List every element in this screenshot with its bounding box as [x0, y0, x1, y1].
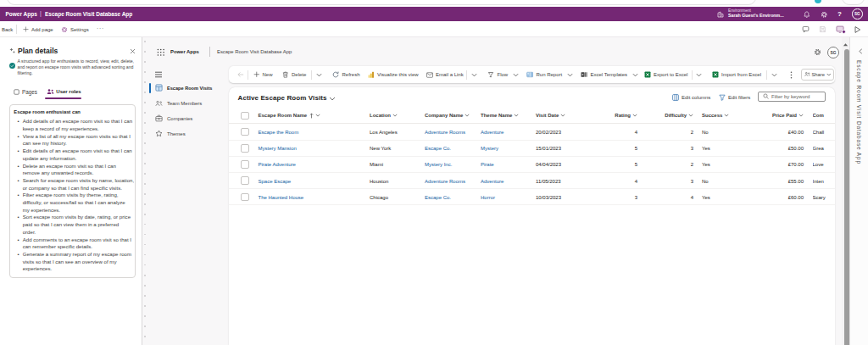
cell-company[interactable]: Escape Co. [425, 141, 477, 157]
row-checkbox[interactable] [241, 160, 249, 169]
share-button[interactable]: Share [801, 69, 834, 81]
table-row[interactable]: Escape the Room Los Angeles Adventure Ro… [229, 125, 835, 141]
browser-address-bar[interactable] [7, 0, 756, 5]
chevron-down-icon[interactable] [513, 73, 519, 77]
table-row[interactable]: Pirate Adventure Miami Mystery Inc. Pira… [229, 157, 835, 173]
cell-company[interactable]: Adventure Rooms [425, 125, 477, 141]
cell-company[interactable]: Adventure Rooms [425, 173, 477, 189]
waffle-menu-icon[interactable] [157, 48, 165, 57]
back-button[interactable]: Back [2, 27, 13, 32]
hamburger-menu-icon[interactable] [154, 71, 163, 78]
cell-escape-room-name[interactable]: Mystery Mansion [259, 141, 364, 157]
save-icon[interactable] [819, 25, 826, 33]
app-header-brand[interactable]: Power Apps [170, 49, 199, 54]
settings-label: Settings [70, 27, 89, 32]
row-checkbox[interactable] [241, 144, 249, 153]
column-header-comments[interactable]: Com [813, 108, 826, 124]
chevron-down-icon[interactable] [632, 73, 638, 77]
cell-visit-date: 15/01/2023 [536, 141, 588, 157]
edit-filters-button[interactable]: Edit filters [719, 94, 750, 101]
nav-item-themes[interactable]: Themes [146, 126, 219, 142]
column-header-visit-date[interactable]: Visit Date [536, 108, 588, 124]
environment-icon[interactable] [717, 11, 724, 18]
app-settings-gear-icon[interactable] [814, 48, 821, 56]
column-header-price-paid[interactable]: Price Paid [737, 108, 804, 124]
cell-theme[interactable]: Adventure [481, 173, 531, 189]
delete-button[interactable]: Delete [282, 66, 306, 83]
select-all-checkbox[interactable] [241, 112, 249, 120]
column-header-theme-name[interactable]: Theme Name [481, 108, 531, 124]
app-header-avatar[interactable]: SG [827, 47, 839, 58]
edit-columns-button[interactable]: Edit columns [672, 94, 710, 101]
column-header-escape-room-name[interactable]: Escape Room Name [259, 108, 364, 124]
publish-button[interactable] [836, 25, 844, 33]
excel-templates-button[interactable]: Excel Templates [581, 66, 638, 83]
settings-button[interactable]: Settings [61, 25, 89, 34]
help-icon[interactable]: ? [837, 10, 842, 18]
environment-label: Environment [728, 8, 751, 13]
play-button-icon[interactable] [854, 25, 861, 34]
new-button[interactable]: New [253, 66, 273, 83]
import-dropdown-chevron[interactable] [771, 66, 777, 83]
view-title[interactable]: Active Escape Room Visits [238, 94, 327, 102]
nav-item-escape-room-visits[interactable]: Escape Room Visits [146, 81, 219, 96]
notifications-bell-icon[interactable] [804, 11, 810, 19]
titlebar-brand[interactable]: Power Apps [6, 11, 37, 17]
row-checkbox[interactable] [241, 176, 249, 185]
column-header-rating[interactable]: Rating [593, 108, 637, 124]
titlebar-avatar[interactable]: SG [852, 8, 863, 19]
environment-name[interactable]: Sarah Guest's Environm... [728, 13, 784, 18]
grid-search-box[interactable]: Filter by keyword [758, 92, 826, 102]
tab-pages[interactable]: Pages [14, 89, 37, 95]
column-header-success[interactable]: Success [702, 108, 734, 124]
collapse-chevron-icon[interactable] [859, 48, 863, 54]
cell-escape-room-name[interactable]: Escape the Room [259, 125, 364, 141]
cell-escape-room-name[interactable]: The Haunted House [259, 189, 364, 205]
grid-back-button[interactable] [237, 66, 244, 83]
column-header-location[interactable]: Location [370, 108, 420, 124]
requirements-list: Add details of an escape room visit so t… [10, 118, 136, 273]
scrollbar-up-arrow-icon[interactable] [843, 42, 849, 47]
browser-avatar-dot[interactable] [815, 0, 821, 3]
view-selector-chevron-icon[interactable] [329, 97, 336, 101]
cell-success: No [702, 125, 734, 141]
import-excel-button[interactable]: Import from Excel [712, 66, 762, 83]
cell-company[interactable]: Mystery Inc. [425, 157, 477, 173]
row-checkbox[interactable] [241, 128, 249, 136]
studio-more-button[interactable]: ··· [97, 25, 104, 31]
add-page-button[interactable]: Add page [23, 25, 53, 34]
cell-theme[interactable]: Horror [481, 189, 531, 205]
column-header-difficulty[interactable]: Difficulty [649, 108, 693, 124]
visualize-view-button[interactable]: Visualize this view [368, 66, 419, 83]
nav-item-companies[interactable]: Companies [146, 111, 219, 126]
cell-escape-room-name[interactable]: Pirate Adventure [259, 157, 364, 173]
close-icon[interactable] [130, 48, 136, 54]
email-link-button[interactable]: Email a Link [426, 66, 464, 83]
email-dropdown-chevron[interactable] [471, 66, 477, 83]
chevron-down-icon [514, 114, 519, 117]
cell-escape-room-name[interactable]: Space Escape [259, 173, 364, 189]
column-header-company-name[interactable]: Company Name [425, 108, 477, 124]
delete-dropdown-chevron[interactable] [316, 66, 322, 83]
more-commands-button[interactable] [790, 66, 793, 83]
titlebar-settings-gear-icon[interactable] [821, 11, 828, 19]
table-row[interactable]: Space Escape Houston Adventure Rooms Adv… [229, 173, 835, 189]
vertical-scrollbar[interactable] [842, 37, 849, 345]
browser-menu-pill[interactable] [842, 0, 865, 5]
cell-company[interactable]: Escape Co. [425, 189, 477, 205]
export-dropdown-chevron[interactable] [696, 66, 702, 83]
chevron-down-icon[interactable] [567, 73, 573, 77]
export-excel-button[interactable]: Export to Excel [644, 66, 688, 83]
nav-item-team-members[interactable]: Team Members [146, 96, 219, 111]
flow-button[interactable]: Flow [487, 66, 519, 83]
table-row[interactable]: The Haunted House Chicago Escape Co. Hor… [229, 189, 835, 205]
cell-theme[interactable]: Pirate [481, 157, 531, 173]
comments-icon[interactable] [802, 25, 810, 33]
tab-user-roles[interactable]: User roles [47, 88, 81, 95]
run-report-button[interactable]: Run Report [526, 66, 573, 83]
table-row[interactable]: Mystery Mansion New York Escape Co. Myst… [229, 141, 835, 157]
row-checkbox[interactable] [241, 193, 249, 202]
cell-theme[interactable]: Mystery [481, 141, 531, 157]
refresh-button[interactable]: Refresh [332, 66, 360, 83]
cell-theme[interactable]: Adventure [481, 125, 531, 141]
